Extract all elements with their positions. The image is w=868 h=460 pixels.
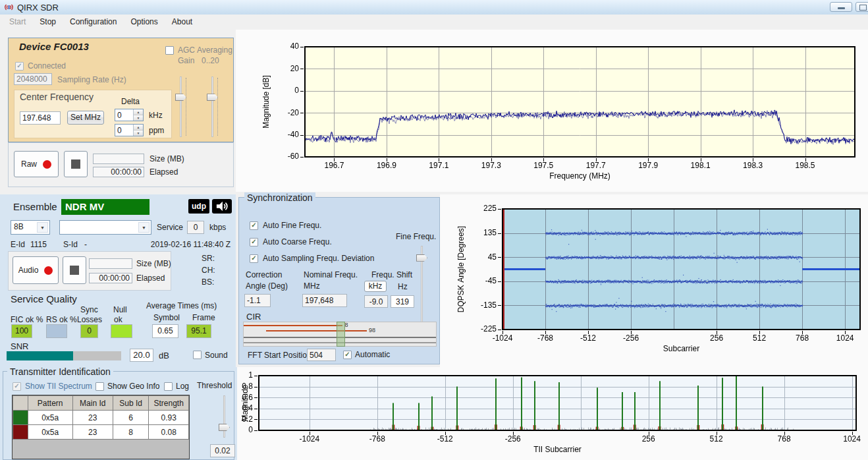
averaging-range-label: 0..20 bbox=[202, 56, 219, 65]
khz-toggle-button[interactable]: kHz bbox=[364, 281, 387, 292]
auto-coarse-checkbox[interactable] bbox=[250, 238, 258, 246]
raw-stop-button[interactable] bbox=[64, 151, 88, 177]
nominal-value-field bbox=[302, 294, 347, 307]
maximize-button[interactable] bbox=[855, 2, 868, 12]
set-mhz-button[interactable]: Set MHz bbox=[67, 111, 104, 125]
gain-slider-thumb[interactable] bbox=[175, 94, 186, 101]
raw-elapsed-label: Elapsed bbox=[149, 167, 178, 177]
sound-checkbox[interactable] bbox=[193, 351, 202, 359]
menu-start[interactable]: Start bbox=[9, 14, 26, 30]
speaker-button[interactable] bbox=[212, 199, 232, 214]
rs-value-box bbox=[46, 324, 67, 338]
tii-chart bbox=[237, 367, 868, 460]
audio-size-field bbox=[89, 258, 132, 269]
null-ok-label-1: Null bbox=[113, 305, 127, 314]
averaging-slider-thumb[interactable] bbox=[207, 94, 218, 101]
menu-stop[interactable]: Stop bbox=[40, 14, 56, 30]
menu-bar: Start Stop Configuration Options About bbox=[0, 14, 868, 30]
delta-ppm-down-icon[interactable]: ▼ bbox=[134, 130, 143, 136]
show-tii-spectrum-checkbox[interactable] bbox=[13, 382, 21, 391]
snr-label: SNR bbox=[11, 341, 28, 351]
tii-table-cell[interactable]: 0x5a bbox=[28, 411, 72, 425]
show-geo-info-checkbox[interactable] bbox=[95, 382, 104, 391]
tii-table-cell[interactable]: 0.93 bbox=[149, 411, 189, 425]
raw-record-button[interactable]: Raw bbox=[14, 151, 59, 177]
ensemble-label: Ensemble bbox=[13, 201, 57, 212]
sampling-rate-label: Sampling Rate (Hz) bbox=[57, 75, 126, 84]
bottom-section: Transmitter Identification Show TII Spec… bbox=[0, 367, 868, 460]
connected-checkbox[interactable] bbox=[15, 62, 24, 71]
menu-about[interactable]: About bbox=[172, 14, 192, 30]
channel-value: 8B bbox=[14, 222, 24, 231]
shift-hz-field bbox=[391, 295, 414, 308]
service-combo[interactable]: ▼ bbox=[59, 220, 151, 235]
cir-display[interactable]: 898 bbox=[243, 322, 437, 347]
fft-start-field[interactable] bbox=[307, 349, 336, 361]
ensemble-column: Ensemble NDR MV udp 8B ▼ ▼ bbox=[0, 194, 236, 367]
averaging-slider-ticks bbox=[217, 78, 219, 136]
minimize-icon bbox=[838, 7, 845, 9]
agc-checkbox[interactable] bbox=[165, 46, 174, 55]
speaker-icon bbox=[215, 200, 229, 214]
raw-elapsed-field bbox=[93, 167, 144, 177]
spectrum-chart bbox=[236, 30, 868, 192]
cir-position-handle[interactable] bbox=[337, 322, 345, 347]
threshold-slider-thumb[interactable] bbox=[219, 424, 230, 431]
delta-khz-unit: kHz bbox=[149, 111, 163, 120]
auto-sampling-checkbox[interactable] bbox=[250, 254, 258, 263]
tii-table[interactable]: PatternMain IdSub IdStrength0x5a2360.930… bbox=[13, 395, 189, 440]
sync-losses-label-2: Losses bbox=[77, 315, 102, 324]
delta-khz-spinner[interactable]: 0 ▲▼ bbox=[115, 109, 144, 121]
threshold-slider[interactable] bbox=[218, 395, 231, 438]
tii-table-row[interactable]: 0x5a2360.93 bbox=[13, 411, 189, 425]
audio-stop-button[interactable] bbox=[63, 256, 86, 284]
delta-ppm-value: 0 bbox=[117, 126, 122, 135]
tii-table-cell[interactable]: 8 bbox=[113, 425, 148, 440]
tii-table-cell[interactable]: 0x5a bbox=[28, 425, 72, 440]
audio-record-icon bbox=[44, 266, 53, 275]
tii-table-cell[interactable]: 6 bbox=[113, 411, 148, 425]
fic-value-box: 100 bbox=[11, 324, 32, 338]
tii-table-cell[interactable]: 23 bbox=[72, 411, 113, 425]
log-label: Log bbox=[176, 382, 189, 391]
null-ok-label-2: ok bbox=[114, 315, 122, 324]
channel-combo[interactable]: 8B ▼ bbox=[11, 220, 50, 235]
minimize-button[interactable] bbox=[830, 2, 852, 12]
audio-record-button[interactable]: Audio bbox=[13, 256, 59, 284]
symbol-value-box: 0.65 bbox=[152, 324, 178, 338]
gain-slider[interactable] bbox=[175, 76, 188, 137]
gain-slider-track[interactable] bbox=[180, 76, 182, 137]
auto-fine-checkbox[interactable] bbox=[250, 221, 258, 230]
averaging-slider-track[interactable] bbox=[211, 76, 213, 137]
eid-label: E-Id bbox=[11, 240, 25, 249]
center-frequency-input[interactable] bbox=[20, 111, 61, 125]
tii-table-cell[interactable]: 0.08 bbox=[149, 425, 189, 440]
maximize-icon bbox=[859, 5, 867, 11]
menu-configuration[interactable]: Configuration bbox=[70, 14, 117, 30]
delta-khz-down-icon[interactable]: ▼ bbox=[134, 115, 143, 121]
synchronization-title: Synchronization bbox=[244, 192, 315, 203]
udp-button[interactable]: udp bbox=[188, 199, 209, 214]
db-label: dB bbox=[159, 351, 169, 360]
menu-options[interactable]: Options bbox=[130, 14, 157, 30]
raw-recording-panel: Raw Size (MB) Elapsed bbox=[8, 142, 234, 187]
averaging-slider[interactable] bbox=[206, 76, 219, 137]
sound-label: Sound bbox=[205, 351, 228, 360]
tii-table-cell[interactable]: 23 bbox=[72, 425, 113, 440]
auto-sampling-label: Auto Sampling Frequ. Deviation bbox=[263, 254, 374, 263]
audio-recording-panel: Audio Size (MB) Elapsed bbox=[8, 251, 171, 291]
sampling-rate-field[interactable] bbox=[14, 73, 52, 85]
automatic-checkbox[interactable] bbox=[343, 351, 352, 359]
fine-frequ-slider-thumb[interactable] bbox=[416, 254, 427, 262]
channel-combo-arrow-icon[interactable]: ▼ bbox=[37, 222, 48, 233]
service-combo-arrow-icon[interactable]: ▼ bbox=[138, 222, 149, 233]
tii-table-row[interactable]: 0x5a2380.08 bbox=[13, 425, 189, 440]
averaging-label: Averaging bbox=[197, 45, 232, 55]
agc-label: AGC bbox=[178, 45, 195, 55]
log-checkbox[interactable] bbox=[164, 382, 173, 391]
delta-ppm-spinner[interactable]: 0 ▲▼ bbox=[115, 124, 144, 136]
threshold-slider-track[interactable] bbox=[223, 395, 225, 438]
cir-impulse-line bbox=[244, 325, 342, 326]
show-geo-info-label: Show Geo Info bbox=[107, 382, 159, 391]
tii-table-header: Strength bbox=[149, 396, 189, 411]
